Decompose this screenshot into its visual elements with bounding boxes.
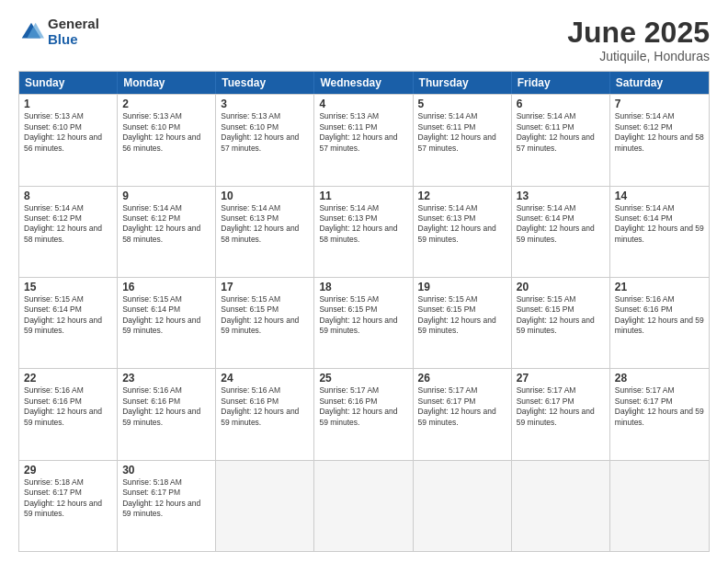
week-row-4: 22 Sunrise: 5:16 AMSunset: 6:16 PMDaylig… xyxy=(19,368,709,459)
logo-icon xyxy=(18,19,44,45)
calendar-header: Sunday Monday Tuesday Wednesday Thursday… xyxy=(19,72,709,94)
header-friday: Friday xyxy=(512,72,610,94)
calendar-body: 1 Sunrise: 5:13 AMSunset: 6:10 PMDayligh… xyxy=(19,94,709,551)
day-1: 1 Sunrise: 5:13 AMSunset: 6:10 PMDayligh… xyxy=(19,95,118,185)
week-row-3: 15 Sunrise: 5:15 AMSunset: 6:14 PMDaylig… xyxy=(19,277,709,368)
day-5: 5 Sunrise: 5:14 AMSunset: 6:11 PMDayligh… xyxy=(414,95,512,185)
empty-cell-5 xyxy=(610,461,709,551)
logo-text: General Blue xyxy=(48,17,99,47)
header-thursday: Thursday xyxy=(414,72,512,94)
week-row-5: 29 Sunrise: 5:18 AMSunset: 6:17 PMDaylig… xyxy=(19,460,709,551)
day-13: 13 Sunrise: 5:14 AMSunset: 6:14 PMDaylig… xyxy=(512,187,610,277)
empty-cell-4 xyxy=(512,461,610,551)
logo: General Blue xyxy=(18,17,99,47)
day-12: 12 Sunrise: 5:14 AMSunset: 6:13 PMDaylig… xyxy=(414,187,512,277)
day-7: 7 Sunrise: 5:14 AMSunset: 6:12 PMDayligh… xyxy=(610,95,709,185)
week-row-2: 8 Sunrise: 5:14 AMSunset: 6:12 PMDayligh… xyxy=(19,186,709,277)
day-29: 29 Sunrise: 5:18 AMSunset: 6:17 PMDaylig… xyxy=(19,461,118,551)
day-20: 20 Sunrise: 5:15 AMSunset: 6:15 PMDaylig… xyxy=(512,278,610,368)
day-3: 3 Sunrise: 5:13 AMSunset: 6:10 PMDayligh… xyxy=(216,95,314,185)
calendar-title: June 2025 xyxy=(567,17,710,49)
day-14: 14 Sunrise: 5:14 AMSunset: 6:14 PMDaylig… xyxy=(610,187,709,277)
day-25: 25 Sunrise: 5:17 AMSunset: 6:16 PMDaylig… xyxy=(314,369,413,459)
empty-cell-2 xyxy=(314,461,413,551)
calendar: Sunday Monday Tuesday Wednesday Thursday… xyxy=(18,71,710,552)
day-24: 24 Sunrise: 5:16 AMSunset: 6:16 PMDaylig… xyxy=(216,369,314,459)
day-21: 21 Sunrise: 5:16 AMSunset: 6:16 PMDaylig… xyxy=(610,278,709,368)
day-16: 16 Sunrise: 5:15 AMSunset: 6:14 PMDaylig… xyxy=(118,278,216,368)
day-6: 6 Sunrise: 5:14 AMSunset: 6:11 PMDayligh… xyxy=(512,95,610,185)
title-section: June 2025 Jutiquile, Honduras xyxy=(567,17,710,63)
top-section: General Blue June 2025 Jutiquile, Hondur… xyxy=(18,17,710,63)
empty-cell-1 xyxy=(216,461,314,551)
empty-cell-3 xyxy=(414,461,512,551)
logo-blue-text: Blue xyxy=(48,32,99,48)
day-23: 23 Sunrise: 5:16 AMSunset: 6:16 PMDaylig… xyxy=(118,369,216,459)
day-11: 11 Sunrise: 5:14 AMSunset: 6:13 PMDaylig… xyxy=(314,187,413,277)
header-saturday: Saturday xyxy=(610,72,709,94)
day-22: 22 Sunrise: 5:16 AMSunset: 6:16 PMDaylig… xyxy=(19,369,118,459)
day-18: 18 Sunrise: 5:15 AMSunset: 6:15 PMDaylig… xyxy=(314,278,413,368)
header-monday: Monday xyxy=(118,72,216,94)
day-10: 10 Sunrise: 5:14 AMSunset: 6:13 PMDaylig… xyxy=(216,187,314,277)
day-2: 2 Sunrise: 5:13 AMSunset: 6:10 PMDayligh… xyxy=(118,95,216,185)
day-19: 19 Sunrise: 5:15 AMSunset: 6:15 PMDaylig… xyxy=(414,278,512,368)
day-28: 28 Sunrise: 5:17 AMSunset: 6:17 PMDaylig… xyxy=(610,369,709,459)
day-26: 26 Sunrise: 5:17 AMSunset: 6:17 PMDaylig… xyxy=(414,369,512,459)
week-row-1: 1 Sunrise: 5:13 AMSunset: 6:10 PMDayligh… xyxy=(19,94,709,185)
header-tuesday: Tuesday xyxy=(216,72,314,94)
header-sunday: Sunday xyxy=(19,72,118,94)
day-30: 30 Sunrise: 5:18 AMSunset: 6:17 PMDaylig… xyxy=(118,461,216,551)
day-17: 17 Sunrise: 5:15 AMSunset: 6:15 PMDaylig… xyxy=(216,278,314,368)
header-wednesday: Wednesday xyxy=(314,72,413,94)
day-8: 8 Sunrise: 5:14 AMSunset: 6:12 PMDayligh… xyxy=(19,187,118,277)
day-9: 9 Sunrise: 5:14 AMSunset: 6:12 PMDayligh… xyxy=(118,187,216,277)
day-15: 15 Sunrise: 5:15 AMSunset: 6:14 PMDaylig… xyxy=(19,278,118,368)
calendar-subtitle: Jutiquile, Honduras xyxy=(567,49,710,63)
day-27: 27 Sunrise: 5:17 AMSunset: 6:17 PMDaylig… xyxy=(512,369,610,459)
calendar-page: General Blue June 2025 Jutiquile, Hondur… xyxy=(0,0,728,563)
logo-general-text: General xyxy=(48,17,99,32)
day-4: 4 Sunrise: 5:13 AMSunset: 6:11 PMDayligh… xyxy=(314,95,413,185)
